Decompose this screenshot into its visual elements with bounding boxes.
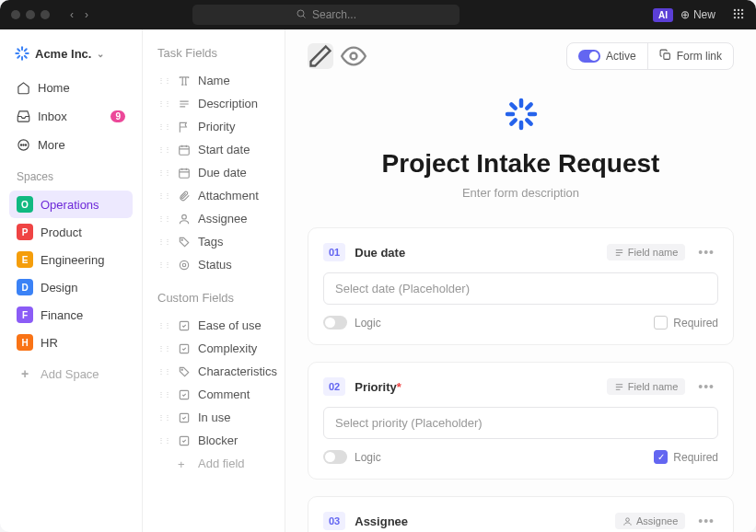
field-more-button[interactable]: ••• xyxy=(694,245,718,260)
nav-inbox[interactable]: Inbox 9 xyxy=(9,104,133,129)
field-option-complexity[interactable]: ⋮⋮Complexity xyxy=(152,337,275,360)
drag-handle-icon[interactable]: ⋮⋮ xyxy=(157,413,170,422)
sidebar-space-design[interactable]: DDesign xyxy=(9,273,133,301)
apps-grid-icon[interactable] xyxy=(732,7,745,23)
field-option-due-date[interactable]: ⋮⋮Due date xyxy=(152,161,275,184)
field-more-button[interactable]: ••• xyxy=(694,379,718,394)
inbox-badge: 9 xyxy=(110,110,125,122)
new-button[interactable]: ⊕ New xyxy=(680,8,715,21)
field-tag-button[interactable]: Field name xyxy=(607,244,685,260)
drag-handle-icon[interactable]: ⋮⋮ xyxy=(157,321,170,330)
ai-badge[interactable]: AI xyxy=(653,8,673,22)
field-number: 02 xyxy=(323,377,345,396)
field-label[interactable]: Due date xyxy=(355,246,405,260)
svg-point-20 xyxy=(20,145,21,145)
edit-mode-button[interactable] xyxy=(308,43,333,69)
workspace-switcher[interactable]: Acme Inc. ⌄ xyxy=(9,42,133,64)
field-option-priority[interactable]: ⋮⋮Priority xyxy=(152,115,275,138)
field-option-in-use[interactable]: ⋮⋮In use xyxy=(152,406,275,429)
form-field-due-date[interactable]: 01 Due date Field name ••• Select date (… xyxy=(308,227,734,345)
drag-handle-icon[interactable]: ⋮⋮ xyxy=(157,99,170,108)
space-icon: D xyxy=(17,279,33,295)
field-label[interactable]: Priority* xyxy=(355,380,401,394)
active-toggle[interactable]: Active xyxy=(567,43,647,69)
drag-handle-icon[interactable]: ⋮⋮ xyxy=(157,168,170,177)
svg-point-8 xyxy=(734,16,736,17)
maximize-window[interactable] xyxy=(41,10,50,19)
tag-icon xyxy=(178,236,191,249)
space-icon: H xyxy=(17,334,33,351)
svg-point-44 xyxy=(351,53,357,60)
forward-button[interactable]: › xyxy=(81,6,92,23)
logic-toggle[interactable] xyxy=(323,450,347,464)
sidebar-space-hr[interactable]: HHR xyxy=(9,329,133,356)
field-option-blocker[interactable]: ⋮⋮Blocker xyxy=(152,429,275,452)
add-field-button[interactable]: ⋮⋮ + Add field xyxy=(152,452,275,475)
sidebar-space-finance[interactable]: FFinance xyxy=(9,301,133,329)
nav-home[interactable]: Home xyxy=(9,75,133,100)
field-placeholder-input[interactable]: Select date (Placeholder) xyxy=(323,272,718,305)
required-checkbox[interactable]: Required xyxy=(654,316,718,330)
form-logo-icon[interactable] xyxy=(505,98,538,131)
svg-line-18 xyxy=(25,49,27,51)
field-tag-button[interactable]: Field name xyxy=(607,378,685,395)
sidebar-space-operations[interactable]: OOperations xyxy=(9,191,133,218)
preview-mode-button[interactable] xyxy=(341,43,366,69)
drag-handle-icon[interactable]: ⋮⋮ xyxy=(157,344,170,353)
space-icon: E xyxy=(17,251,33,268)
add-space-button[interactable]: + Add Space xyxy=(9,360,133,387)
field-option-attachment[interactable]: ⋮⋮Attachment xyxy=(152,184,275,207)
drag-handle-icon[interactable]: ⋮⋮ xyxy=(157,367,170,376)
sidebar-space-engineering[interactable]: EEngineering xyxy=(9,246,133,273)
svg-point-0 xyxy=(297,10,304,17)
form-title[interactable]: Project Intake Request xyxy=(308,149,734,179)
field-placeholder-input[interactable]: Select priority (Placeholder) xyxy=(323,407,718,439)
svg-point-34 xyxy=(182,214,187,219)
field-option-tags[interactable]: ⋮⋮Tags xyxy=(152,230,275,253)
drag-handle-icon[interactable]: ⋮⋮ xyxy=(157,145,170,154)
nav-more[interactable]: More xyxy=(9,133,133,157)
svg-point-7 xyxy=(741,12,743,14)
field-option-name[interactable]: ⋮⋮Name xyxy=(152,69,275,92)
close-window[interactable] xyxy=(11,10,20,19)
drag-handle-icon[interactable]: ⋮⋮ xyxy=(157,76,170,85)
required-label: Required xyxy=(673,451,718,464)
sidebar-space-product[interactable]: PProduct xyxy=(9,218,133,246)
minimize-window[interactable] xyxy=(26,10,35,19)
drag-handle-icon[interactable]: ⋮⋮ xyxy=(157,260,170,269)
field-option-ease-of-use[interactable]: ⋮⋮Ease of use xyxy=(152,314,275,337)
field-option-status[interactable]: ⋮⋮Status xyxy=(152,253,275,276)
search-input[interactable]: Search... xyxy=(192,5,459,25)
svg-line-1 xyxy=(303,16,306,18)
plus-icon: + xyxy=(178,457,191,470)
field-tag-button[interactable]: Assignee xyxy=(615,513,685,529)
back-button[interactable]: ‹ xyxy=(66,6,77,23)
workspace-icon xyxy=(15,46,29,61)
field-option-description[interactable]: ⋮⋮Description xyxy=(152,92,275,115)
text-icon xyxy=(614,248,624,258)
square-icon xyxy=(178,434,191,447)
form-subtitle[interactable]: Enter form description xyxy=(308,186,734,200)
field-option-start-date[interactable]: ⋮⋮Start date xyxy=(152,138,275,161)
drag-handle-icon[interactable]: ⋮⋮ xyxy=(157,214,170,223)
drag-handle-icon[interactable]: ⋮⋮ xyxy=(157,122,170,131)
required-checkbox[interactable]: ✓ Required xyxy=(654,450,718,464)
drag-handle-icon[interactable]: ⋮⋮ xyxy=(157,237,170,246)
drag-handle-icon[interactable]: ⋮⋮ xyxy=(157,436,170,445)
drag-handle-icon[interactable]: ⋮⋮ xyxy=(157,390,170,399)
drag-handle-icon[interactable]: ⋮⋮ xyxy=(157,191,170,200)
field-option-comment[interactable]: ⋮⋮Comment xyxy=(152,383,275,406)
form-field-assignee[interactable]: 03 Assignee Assignee ••• xyxy=(308,496,734,532)
field-option-assignee[interactable]: ⋮⋮Assignee xyxy=(152,207,275,230)
svg-rect-45 xyxy=(664,53,670,60)
form-link-button[interactable]: Form link xyxy=(647,43,733,69)
plus-icon: + xyxy=(17,365,33,382)
logic-toggle[interactable] xyxy=(323,316,347,330)
space-label: Operations xyxy=(41,198,99,212)
field-option-characteristics[interactable]: ⋮⋮Characteristics xyxy=(152,360,275,383)
form-field-priority[interactable]: 02 Priority* Field name ••• Select prior… xyxy=(308,362,734,480)
field-more-button[interactable]: ••• xyxy=(694,514,718,528)
field-option-label: Comment xyxy=(198,387,250,401)
field-label[interactable]: Assignee xyxy=(355,515,408,528)
field-option-label: Assignee xyxy=(198,212,247,226)
